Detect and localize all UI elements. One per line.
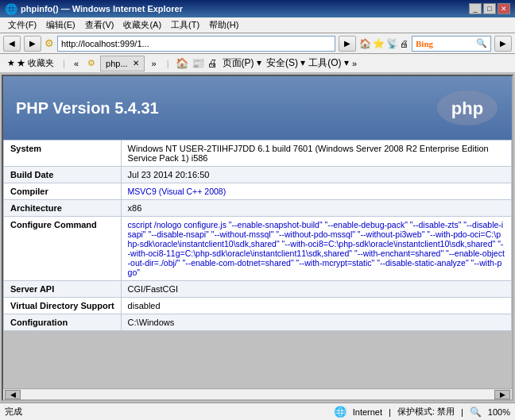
table-row: Architecturex86 — [4, 200, 512, 217]
table-row: CompilerMSVC9 (Visual C++ 2008) — [4, 183, 512, 200]
content-scroll[interactable]: PHP Version 5.4.31 php SystemWindows NT … — [3, 76, 512, 388]
separator: | — [389, 407, 391, 417]
horizontal-scrollbar[interactable]: ◀ ▶ — [3, 388, 512, 399]
row-label: Build Date — [4, 167, 122, 183]
row-label: System — [4, 141, 122, 167]
search-icon[interactable]: 🔍 — [476, 38, 487, 48]
tab-close-btn[interactable]: ✕ — [133, 59, 139, 67]
svg-text:php: php — [451, 98, 483, 118]
scroll-right-btn[interactable]: ▶ — [494, 390, 510, 399]
browser-content: PHP Version 5.4.31 php SystemWindows NT … — [2, 75, 513, 401]
toolbar-icons: 🏠 ⭐ 📡 🖨 — [359, 38, 409, 49]
table-row: ConfigurationC:\Windows — [4, 314, 512, 331]
scroll-left-btn[interactable]: ◀ — [5, 390, 21, 399]
separator2: | — [461, 407, 463, 417]
phpinfo-table: SystemWindows NT USER-2TIIHFJ7DD 6.1 bui… — [3, 140, 512, 331]
row-label: Server API — [4, 281, 122, 298]
title-bar-controls: _ □ ✕ — [469, 3, 510, 14]
pma-icon: ⚙ — [45, 37, 54, 49]
pma-fav-icon: ⚙ — [87, 58, 95, 68]
tab-label: php... — [106, 59, 128, 68]
forward-button[interactable]: ▶ — [24, 36, 41, 52]
bing-icon: Bing — [416, 39, 433, 48]
page-label[interactable]: 页面(P) ▾ — [223, 56, 261, 70]
row-value: CGI/FastCGI — [121, 281, 511, 298]
table-row: Virtual Directory Supportdisabled — [4, 298, 512, 314]
status-bar: 完成 🌐 Internet | 保护模式: 禁用 | 🔍 100% — [0, 403, 515, 420]
php-version-text: PHP Version 5.4.31 — [16, 99, 159, 117]
menu-view[interactable]: 查看(V) — [80, 17, 119, 33]
row-label: Configure Command — [4, 217, 122, 281]
maximize-button[interactable]: □ — [483, 3, 496, 14]
go-button[interactable]: ▶ — [339, 36, 356, 52]
address-bar: ◀ ▶ ⚙ ▶ 🏠 ⭐ 📡 🖨 Bing 🔍 ▶ — [0, 33, 515, 54]
row-label: Virtual Directory Support — [4, 298, 122, 314]
zone-text: Internet — [353, 407, 382, 417]
toolbar-right-icons: 🏠 📰 🖨 页面(P) ▾ 安全(S) ▾ 工具(O) ▾ » — [176, 56, 357, 70]
favorites-bar: ★ ★ 收藏夹 | « ⚙ php... ✕ » | 🏠 📰 🖨 页面(P) ▾… — [0, 54, 515, 73]
print-toolbar-icon[interactable]: 🖨 — [207, 57, 218, 69]
print-icon[interactable]: 🖨 — [400, 39, 409, 48]
status-left: 完成 — [5, 406, 22, 418]
back-button[interactable]: ◀ — [3, 36, 21, 52]
table-row: Build DateJul 23 2014 20:16:50 — [4, 167, 512, 183]
search-container: Bing 🔍 — [412, 36, 491, 52]
status-text: 完成 — [5, 406, 22, 418]
search-btn[interactable]: ▶ — [494, 36, 512, 52]
row-value: C:\Windows — [121, 314, 511, 331]
status-right: 🌐 Internet | 保护模式: 禁用 | 🔍 100% — [334, 406, 510, 418]
table-row: Server APICGI/FastCGI — [4, 281, 512, 298]
zoom-text: 100% — [488, 407, 510, 417]
globe-icon: 🌐 — [334, 406, 347, 418]
zoom-icon: 🔍 — [470, 407, 482, 418]
safety-label[interactable]: 安全(S) ▾ — [266, 56, 305, 70]
row-label: Compiler — [4, 183, 122, 200]
table-row: Configure Commandcscript /nologo configu… — [4, 217, 512, 281]
feed-icon[interactable]: 📡 — [386, 38, 398, 49]
row-value: MSVC9 (Visual C++ 2008) — [121, 183, 511, 200]
row-value: Windows NT USER-2TIIHFJ7DD 6.1 build 760… — [121, 141, 511, 167]
menu-file[interactable]: 文件(F) — [3, 17, 41, 33]
php-header: PHP Version 5.4.31 php — [3, 76, 512, 140]
php-logo: php — [436, 88, 499, 128]
menu-tools[interactable]: 工具(T) — [166, 17, 204, 33]
separator2: | — [167, 59, 169, 68]
address-input[interactable] — [57, 36, 335, 52]
menu-help[interactable]: 帮助(H) — [204, 17, 243, 33]
tools-label[interactable]: 工具(O) ▾ — [308, 56, 349, 70]
pma-fav-icon-container: ⚙ — [87, 58, 95, 68]
row-label: Architecture — [4, 200, 122, 217]
title-bar-left: 🌐 phpinfo() — Windows Internet Explorer — [5, 3, 183, 15]
menu-bar: 文件(F) 编辑(E) 查看(V) 收藏夹(A) 工具(T) 帮助(H) — [0, 17, 515, 33]
favorites-button[interactable]: ★ ★ 收藏夹 — [3, 55, 58, 71]
php-logo-svg: php — [436, 88, 499, 128]
table-row: SystemWindows NT USER-2TIIHFJ7DD 6.1 bui… — [4, 141, 512, 167]
tab-php[interactable]: php... ✕ — [100, 56, 145, 71]
rss-icon[interactable]: 📰 — [192, 57, 204, 69]
window-title: phpinfo() — Windows Internet Explorer — [21, 4, 183, 13]
extra-btn[interactable]: » — [352, 59, 357, 68]
prev-btn[interactable]: « — [70, 56, 83, 71]
title-bar: 🌐 phpinfo() — Windows Internet Explorer … — [0, 0, 515, 17]
row-value: Jul 23 2014 20:16:50 — [121, 167, 511, 183]
row-label: Configuration — [4, 314, 122, 331]
ie-logo: 🌐 — [5, 3, 17, 15]
minimize-button[interactable]: _ — [469, 3, 482, 14]
menu-edit[interactable]: 编辑(E) — [41, 17, 80, 33]
next-btn[interactable]: » — [148, 56, 161, 71]
separator1: | — [63, 59, 65, 68]
row-value: cscript /nologo configure.js "--enable-s… — [121, 217, 511, 281]
row-value: disabled — [121, 298, 511, 314]
menu-favorites[interactable]: 收藏夹(A) — [118, 17, 166, 33]
php-version-title: PHP Version 5.4.31 — [16, 99, 159, 118]
favorites-label: ★ 收藏夹 — [17, 57, 54, 69]
row-value: x86 — [121, 200, 511, 217]
star-icon[interactable]: ⭐ — [373, 38, 385, 49]
home-icon[interactable]: 🏠 — [359, 38, 371, 49]
star-fav-icon: ★ — [7, 58, 15, 68]
scroll-track — [21, 390, 494, 399]
home-toolbar-icon[interactable]: 🏠 — [176, 57, 188, 69]
protection-text: 保护模式: 禁用 — [397, 406, 455, 418]
close-button[interactable]: ✕ — [498, 3, 510, 14]
